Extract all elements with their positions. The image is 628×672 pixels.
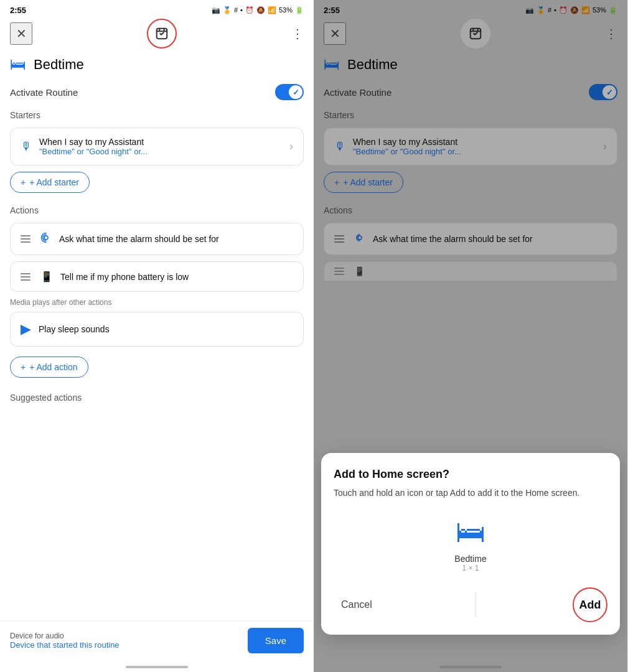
grid-icon: # xyxy=(234,6,238,14)
add-starter-button-left[interactable]: + + Add starter xyxy=(10,172,90,193)
more-menu-left[interactable]: ⋮ xyxy=(291,26,304,41)
dialog-actions: Cancel Add xyxy=(334,587,607,622)
dialog-add-button[interactable]: Add xyxy=(573,587,607,622)
toggle-knob-left: ✓ xyxy=(289,85,302,99)
content-left: 🛏 Bedtime Activate Routine ✓ Starters 🎙 … xyxy=(0,50,314,621)
dialog-cancel-button[interactable]: Cancel xyxy=(334,594,380,615)
starter-arrow-left: › xyxy=(289,140,293,153)
sports-icon: 🏅 xyxy=(223,6,232,14)
dialog-divider xyxy=(476,592,476,617)
suggested-label-left: Suggested actions xyxy=(10,390,304,403)
drag-handle-2-left xyxy=(21,273,30,281)
activate-toggle-left[interactable]: ✓ xyxy=(275,84,304,100)
toggle-check-icon: ✓ xyxy=(293,88,299,97)
bed-icon-left: 🛏 xyxy=(10,55,26,74)
action-card-alarm-left[interactable]: Ask what time the alarm should be set fo… xyxy=(10,223,304,255)
battery-text: 53% xyxy=(279,6,293,14)
shortcut-icon-button[interactable] xyxy=(147,19,177,49)
camera-icon: 📷 xyxy=(212,6,220,14)
dialog-bed-icon: 🛏 xyxy=(456,515,485,549)
phone-icon-left: 📱 xyxy=(40,271,53,282)
action-label-1-left: Ask what time the alarm should be set fo… xyxy=(59,234,219,244)
dialog-overlay: Add to Home screen? Touch and hold an ic… xyxy=(314,0,627,672)
dialog-description: Touch and hold an icon or tap Add to add… xyxy=(334,487,607,500)
device-info-left: Device for audio Device that started thi… xyxy=(10,632,120,650)
shortcut-icon xyxy=(155,27,169,40)
dot-icon: • xyxy=(240,6,243,14)
routine-title-left: Bedtime xyxy=(34,57,84,73)
starter-card-left[interactable]: 🎙 When I say to my Assistant "Bedtime" o… xyxy=(10,128,304,166)
starters-label-left: Starters xyxy=(10,110,304,120)
dialog-add-label: Add xyxy=(579,599,601,612)
battery-icon: 🔋 xyxy=(295,6,304,14)
scroll-indicator-left xyxy=(126,666,188,668)
media-section-label-left: Media plays after other actions xyxy=(10,298,304,307)
mic-icon-left: 🎙 xyxy=(21,140,32,153)
left-panel: 2:55 📷 🏅 # • ⏰ 🔕 📶 53% 🔋 ✕ ⋮ xyxy=(0,0,314,672)
status-bar-left: 2:55 📷 🏅 # • ⏰ 🔕 📶 53% 🔋 xyxy=(0,0,314,17)
action-label-2-left: Tell me if my phone battery is low xyxy=(60,272,189,282)
wifi-icon: 📶 xyxy=(268,6,276,14)
play-icon-left: ▶ xyxy=(21,321,31,337)
close-button-left[interactable]: ✕ xyxy=(10,22,32,45)
speak-icon-1-left xyxy=(40,232,52,246)
right-panel: 2:55 📷 🏅 # • ⏰ 🔕 📶 53% 🔋 ✕ ⋮ xyxy=(314,0,627,672)
save-button-left[interactable]: Save xyxy=(248,628,304,653)
plus-icon-action-left: + xyxy=(21,362,26,372)
starter-card-text-left: When I say to my Assistant "Bedtime" or … xyxy=(39,137,282,156)
dialog-title: Add to Home screen? xyxy=(334,468,607,481)
add-starter-label-left: + Add starter xyxy=(29,177,79,187)
dialog-icon-size: 1 × 1 xyxy=(462,564,479,572)
dialog-icon-name: Bedtime xyxy=(454,554,486,564)
mute-icon: 🔕 xyxy=(256,6,265,14)
alarm-icon: ⏰ xyxy=(245,6,254,14)
top-bar-left: ✕ ⋮ xyxy=(0,17,314,50)
drag-handle-1-left xyxy=(21,235,30,243)
add-action-label-left: + Add action xyxy=(29,362,77,372)
media-card-left[interactable]: ▶ Play sleep sounds xyxy=(10,312,304,347)
status-time-left: 2:55 xyxy=(10,6,26,15)
add-to-home-dialog: Add to Home screen? Touch and hold an ic… xyxy=(321,453,620,635)
plus-icon-starter-left: + xyxy=(21,177,26,187)
media-label-left: Play sleep sounds xyxy=(39,324,110,334)
dialog-icon-area: 🛏 Bedtime 1 × 1 xyxy=(334,515,607,572)
routine-header-left: 🛏 Bedtime xyxy=(10,50,304,84)
starter-subtitle-left: "Bedtime" or "Good night" or... xyxy=(39,147,282,156)
activate-label-left: Activate Routine xyxy=(10,87,78,98)
bottom-bar-left: Device for audio Device that started thi… xyxy=(0,621,314,662)
actions-label-left: Actions xyxy=(10,205,304,215)
add-action-button-left[interactable]: + + Add action xyxy=(10,357,88,378)
action-card-battery-left[interactable]: 📱 Tell me if my phone battery is low xyxy=(10,261,304,292)
device-label-left: Device for audio xyxy=(10,632,120,640)
device-link-left[interactable]: Device that started this routine xyxy=(10,640,120,650)
activate-row-left: Activate Routine ✓ xyxy=(10,84,304,100)
status-icons-left: 📷 🏅 # • ⏰ 🔕 📶 53% 🔋 xyxy=(212,6,304,14)
starter-title-left: When I say to my Assistant xyxy=(39,137,282,147)
